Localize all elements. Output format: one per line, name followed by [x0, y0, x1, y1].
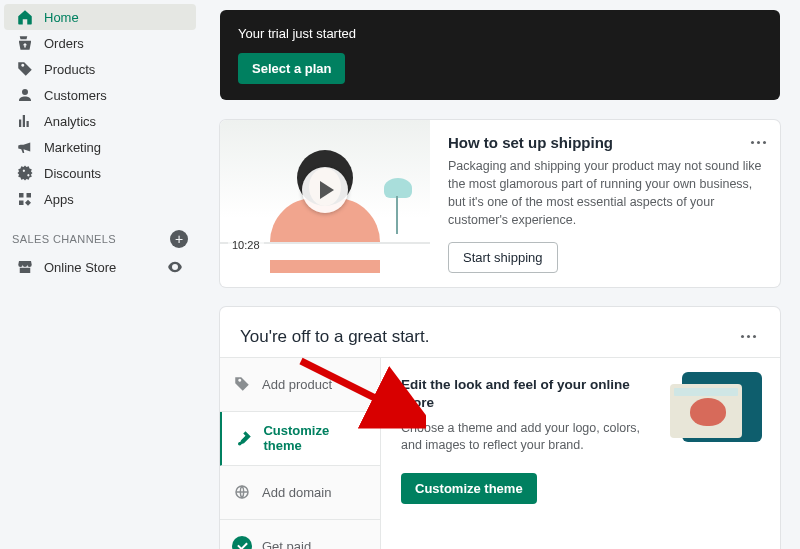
- megaphone-icon: [16, 138, 34, 156]
- home-icon: [16, 8, 34, 26]
- nav-online-store[interactable]: Online Store: [4, 254, 196, 280]
- task-description: Choose a theme and add your logo, colors…: [401, 420, 641, 455]
- checklist-get-paid[interactable]: Get paid: [220, 520, 380, 550]
- nav-marketing[interactable]: Marketing: [4, 134, 196, 160]
- task-pane: Edit the look and feel of your online st…: [380, 357, 780, 550]
- nav-label: Analytics: [44, 114, 96, 129]
- video-duration: 10:28: [228, 238, 264, 252]
- main-content: Your trial just started Select a plan 10…: [200, 0, 800, 549]
- banner-title: Your trial just started: [238, 26, 762, 41]
- onboarding-heading: You're off to a great start.: [240, 327, 429, 347]
- sales-channels-header: SALES CHANNELS +: [0, 230, 200, 248]
- checklist-label: Add domain: [262, 485, 331, 500]
- onboarding-menu-button[interactable]: [736, 325, 760, 349]
- nav-label: Online Store: [44, 260, 116, 275]
- sidebar: Home Orders Products Customers Analytics: [0, 0, 200, 549]
- nav-label: Apps: [44, 192, 74, 207]
- checklist-label: Customize theme: [263, 423, 368, 453]
- storefront-icon: [16, 258, 34, 276]
- tag-icon: [16, 60, 34, 78]
- checklist-label: Get paid: [262, 539, 311, 550]
- play-icon[interactable]: [302, 167, 348, 213]
- nav-label: Products: [44, 62, 95, 77]
- nav-analytics[interactable]: Analytics: [4, 108, 196, 134]
- video-description: Packaging and shipping your product may …: [448, 157, 762, 230]
- discount-icon: [16, 164, 34, 182]
- tag-icon: [232, 374, 252, 394]
- video-menu-button[interactable]: [746, 130, 770, 154]
- check-circle-icon: [232, 536, 252, 549]
- onboarding-checklist: Add product Customize theme Add domain: [220, 357, 380, 550]
- theme-illustration: [682, 372, 762, 442]
- select-plan-button[interactable]: Select a plan: [238, 53, 345, 84]
- view-store-icon[interactable]: [166, 258, 184, 276]
- task-title: Edit the look and feel of your online st…: [401, 376, 631, 412]
- bars-icon: [16, 112, 34, 130]
- add-channel-button[interactable]: +: [170, 230, 188, 248]
- nav-apps[interactable]: Apps: [4, 186, 196, 212]
- shipping-video-card: 10:28 How to set up shipping Packaging a…: [220, 120, 780, 287]
- globe-icon: [232, 482, 252, 502]
- nav-products[interactable]: Products: [4, 56, 196, 82]
- brush-icon: [234, 428, 253, 448]
- checklist-add-domain[interactable]: Add domain: [220, 466, 380, 520]
- start-shipping-button[interactable]: Start shipping: [448, 242, 558, 273]
- apps-icon: [16, 190, 34, 208]
- customize-theme-button[interactable]: Customize theme: [401, 473, 537, 504]
- orders-icon: [16, 34, 34, 52]
- nav-label: Discounts: [44, 166, 101, 181]
- nav-discounts[interactable]: Discounts: [4, 160, 196, 186]
- nav-home[interactable]: Home: [4, 4, 196, 30]
- nav-label: Customers: [44, 88, 107, 103]
- nav-label: Marketing: [44, 140, 101, 155]
- video-title: How to set up shipping: [448, 134, 762, 151]
- checklist-label: Add product: [262, 377, 332, 392]
- nav-label: Orders: [44, 36, 84, 51]
- onboarding-card: You're off to a great start. Add product: [220, 307, 780, 550]
- checklist-customize-theme[interactable]: Customize theme: [220, 412, 380, 466]
- checklist-add-product[interactable]: Add product: [220, 358, 380, 412]
- nav-label: Home: [44, 10, 79, 25]
- trial-banner: Your trial just started Select a plan: [220, 10, 780, 100]
- nav-orders[interactable]: Orders: [4, 30, 196, 56]
- section-title: SALES CHANNELS: [12, 233, 116, 245]
- nav-customers[interactable]: Customers: [4, 82, 196, 108]
- video-thumbnail[interactable]: 10:28: [220, 120, 430, 260]
- person-icon: [16, 86, 34, 104]
